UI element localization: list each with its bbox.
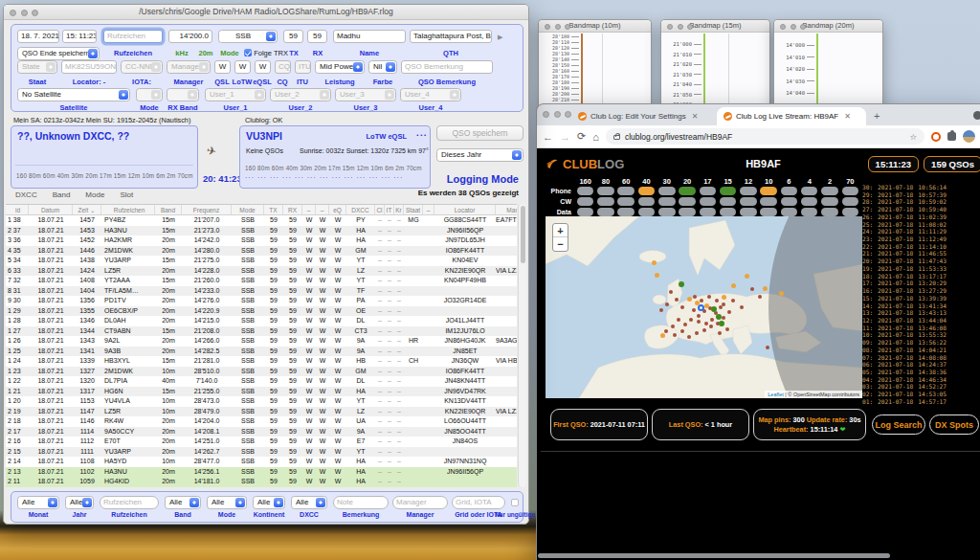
log-row[interactable]: 7 3218.07.211408YT2AAA15m21'260.0SSB5959… <box>6 276 517 286</box>
map-pin[interactable] <box>710 318 714 322</box>
frequency-field[interactable]: 14'200.0 <box>168 30 212 43</box>
map-pin[interactable] <box>687 297 692 302</box>
leaflet-link[interactable]: Leaflet <box>768 392 784 397</box>
band-pill[interactable] <box>617 187 635 195</box>
map-pin[interactable] <box>722 316 725 320</box>
log-row[interactable]: 1 2018.07.211153YU4VLA10m28'473.0SSB5959… <box>6 396 517 407</box>
map-pin[interactable] <box>680 305 684 309</box>
band-pill[interactable] <box>638 197 656 206</box>
callsign-filter-input[interactable]: Rufzeichen <box>100 496 159 509</box>
rx-rst-field[interactable]: 59 <box>307 30 327 43</box>
band-pill[interactable] <box>842 208 859 216</box>
log-row[interactable]: 2 1418.07.211108HA5YD10m28'477.0SSB5959W… <box>6 457 517 467</box>
map-pin[interactable] <box>655 273 659 278</box>
tab-clublog-livestream[interactable]: Club Log Live Stream: HB9AF ✕ <box>717 107 866 125</box>
scrollbar-thumb[interactable] <box>521 206 525 263</box>
eqsl-field[interactable]: W <box>255 60 271 74</box>
map-pin[interactable] <box>677 318 680 322</box>
qso-map[interactable]: + − Leaflet | © OpenStreetMap contributo… <box>546 216 862 398</box>
log-row[interactable]: 2 1118.07.211059HG4KID20m14'181.0SSB5959… <box>6 477 517 487</box>
map-pin[interactable] <box>695 331 699 335</box>
home-icon[interactable]: ⌂ <box>592 131 599 143</box>
band-pill[interactable] <box>700 187 717 195</box>
traffic-lights[interactable] <box>543 111 571 118</box>
map-pin[interactable] <box>652 260 657 265</box>
iota-select[interactable]: CC-NNN <box>121 60 163 74</box>
map-pin[interactable] <box>664 329 668 333</box>
map-pin[interactable] <box>763 286 768 291</box>
band-filter-select[interactable]: Alle <box>165 496 201 509</box>
follow-trx-checkbox[interactable]: Folge TRX <box>244 49 288 57</box>
state-select[interactable]: State <box>17 60 57 74</box>
chrome-window[interactable]: Club Log: Edit Your Settings ✕ Club Log … <box>536 103 980 560</box>
locator-field[interactable]: MK82SU59ON <box>61 60 117 74</box>
band-pill[interactable] <box>679 197 696 206</box>
log-row[interactable]: 3 3618.07.211452HA2KMR20m14'242.0SSB5959… <box>6 235 517 246</box>
band-pill[interactable] <box>638 208 656 216</box>
map-pin[interactable] <box>727 310 731 314</box>
log-search-button[interactable]: Log Search <box>872 414 925 435</box>
band-pill[interactable] <box>781 187 798 195</box>
dxcc-filter-select[interactable]: Alle <box>291 496 327 509</box>
checkbox-checked-icon[interactable] <box>244 49 252 56</box>
tab-overflow-icon[interactable] <box>973 111 980 120</box>
band-pill[interactable] <box>821 208 838 216</box>
map-zoom-control[interactable]: + − <box>552 223 568 252</box>
band-pill[interactable] <box>720 197 737 206</box>
month-filter-select[interactable]: Alle <box>17 496 59 509</box>
bandmap-titlebar[interactable]: Bandmap (10m) <box>539 20 651 33</box>
band-pill[interactable] <box>740 187 757 195</box>
user1-select[interactable]: User_1 <box>205 88 266 101</box>
map-pin[interactable] <box>702 328 706 332</box>
band-pill[interactable] <box>597 187 614 195</box>
bandmap-window-10m[interactable]: Bandmap (10m) 28'10028'11028'12028'13028… <box>538 19 652 110</box>
map-pin[interactable] <box>731 283 736 288</box>
map-pin[interactable] <box>704 303 709 308</box>
bookmark-star-icon[interactable]: ☆ <box>909 132 917 142</box>
url-text[interactable]: clublog.org/livestream/HB9AF <box>625 132 732 142</box>
map-pin[interactable] <box>731 299 735 302</box>
map-pin[interactable] <box>697 314 701 318</box>
log-row[interactable]: 1 2418.07.211339HB3XYL15m21'281.0SSB5959… <box>6 356 517 367</box>
log-row[interactable]: 1 2318.07.2113272M1DWK10m28'510.0SSB5959… <box>6 367 517 377</box>
map-pin[interactable] <box>673 333 677 337</box>
log-row[interactable]: 8 3118.07.211404TF/LA5M…20m14'233.0SSB59… <box>6 286 517 297</box>
tab-band[interactable]: Band <box>53 190 71 199</box>
user2-select[interactable]: User_2 <box>270 88 331 101</box>
qth-field[interactable]: Talaghattapura Post, Ba <box>410 30 492 43</box>
map-pin[interactable] <box>660 333 665 338</box>
log-row[interactable]: 1 2118.07.211317HG6N15m21'255.0SSB5959WW… <box>6 387 517 397</box>
traffic-lights[interactable] <box>780 24 806 30</box>
band-pill[interactable] <box>781 208 798 216</box>
log-row[interactable]: 2 1618.07.211112E70T20m14'251.0SSB5959WW… <box>6 437 517 447</box>
log-row[interactable]: 2 1318.07.211102HA3NU20m14'256.1SSB5959W… <box>6 467 517 478</box>
band-pill[interactable] <box>700 208 717 216</box>
mode-select[interactable]: SSB <box>218 30 278 43</box>
map-pin[interactable] <box>715 299 719 302</box>
tab-dxcc[interactable]: DXCC <box>15 190 37 199</box>
profile-avatar[interactable] <box>963 130 975 143</box>
table-scrollbar[interactable] <box>518 204 526 487</box>
color-stepper[interactable]: Nil <box>368 60 397 74</box>
satellite-select[interactable]: No Satellite <box>17 88 130 101</box>
tab-clublog-settings[interactable]: Club Log: Edit Your Settings ✕ <box>571 107 713 125</box>
table-header-row[interactable]: idDatumZeit ⌄RufzeichenBandFrequenzModeT… <box>6 205 517 215</box>
map-pin[interactable] <box>659 308 663 312</box>
sat-mode-select[interactable] <box>136 88 163 101</box>
map-pin[interactable] <box>687 335 691 339</box>
band-pill[interactable] <box>597 208 614 216</box>
map-pin[interactable] <box>707 295 711 299</box>
save-mode-select[interactable]: QSO Ende speichern <box>17 47 100 60</box>
log-row[interactable]: 5 3418.07.211438YU3ARP15m21'275.0SSB5959… <box>6 256 517 266</box>
power-select[interactable]: Mid Power <box>315 60 365 74</box>
log-row[interactable]: 2 3718.07.211453HA3NU15m21'273.0SSB5959W… <box>6 226 517 236</box>
map-pin[interactable] <box>718 331 722 335</box>
bandmap-titlebar[interactable]: Bandmap (20m) <box>774 20 882 33</box>
map-pin[interactable] <box>704 322 708 325</box>
tab-mode[interactable]: Mode <box>85 190 104 199</box>
callsign-input[interactable]: Rufzeichen <box>103 30 163 43</box>
band-pill[interactable] <box>577 197 594 206</box>
band-pill[interactable] <box>617 197 635 206</box>
band-pill[interactable] <box>801 208 818 216</box>
log-row[interactable]: 2 1818.07.211146RK4W20m14'204.0SSB5959WW… <box>6 416 517 427</box>
